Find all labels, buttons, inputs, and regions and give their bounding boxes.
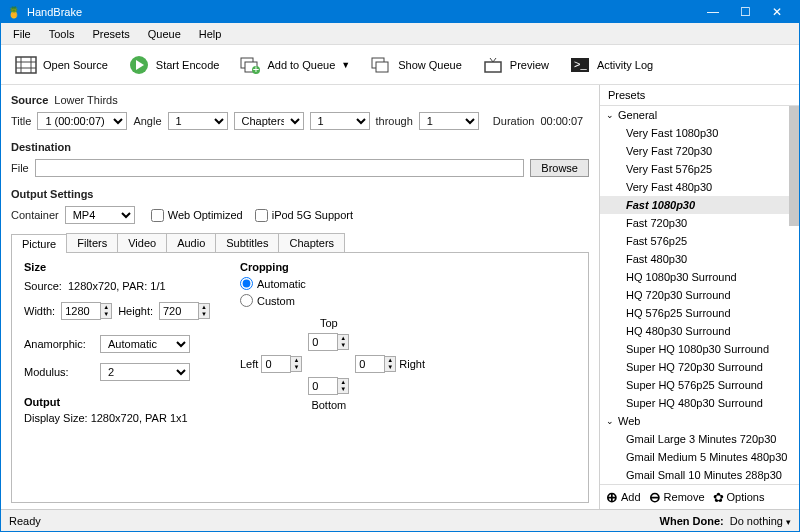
left-panel: Source Lower Thirds Title 1 (00:00:07) A… xyxy=(1,85,599,509)
preset-item[interactable]: Super HQ 576p25 Surround xyxy=(600,376,799,394)
svg-rect-13 xyxy=(485,62,501,72)
crop-right-input[interactable] xyxy=(355,355,385,373)
presets-list[interactable]: ⌄GeneralVery Fast 1080p30Very Fast 720p3… xyxy=(600,106,799,484)
preset-item[interactable]: Gmail Medium 5 Minutes 480p30 xyxy=(600,448,799,466)
crop-top-label: Top xyxy=(320,317,338,329)
duration-label: Duration xyxy=(493,115,535,127)
preset-options-button[interactable]: ✿Options xyxy=(713,490,765,505)
duration-value: 00:00:07 xyxy=(540,115,583,127)
tab-filters[interactable]: Filters xyxy=(66,233,118,252)
preset-item[interactable]: Very Fast 1080p30 xyxy=(600,124,799,142)
minimize-button[interactable]: — xyxy=(697,5,729,19)
menubar: File Tools Presets Queue Help xyxy=(1,23,799,45)
preset-item[interactable]: Super HQ 480p30 Surround xyxy=(600,394,799,412)
output-heading: Output xyxy=(24,396,210,408)
presets-panel: Presets ⌄GeneralVery Fast 1080p30Very Fa… xyxy=(599,85,799,509)
preset-item[interactable]: Gmail Large 3 Minutes 720p30 xyxy=(600,430,799,448)
menu-help[interactable]: Help xyxy=(191,26,230,42)
preset-item[interactable]: Fast 480p30 xyxy=(600,250,799,268)
menu-file[interactable]: File xyxy=(5,26,39,42)
picture-source-value: 1280x720, PAR: 1/1 xyxy=(68,280,166,292)
tab-subtitles[interactable]: Subtitles xyxy=(215,233,279,252)
film-icon xyxy=(15,55,37,75)
angle-select[interactable]: 1 xyxy=(168,112,228,130)
menu-queue[interactable]: Queue xyxy=(140,26,189,42)
crop-right-label: Right xyxy=(399,358,425,370)
preview-label: Preview xyxy=(510,59,549,71)
web-optimized-checkbox[interactable]: Web Optimized xyxy=(151,209,243,222)
gear-icon: ✿ xyxy=(713,490,724,505)
crop-custom-radio[interactable]: Custom xyxy=(240,294,425,307)
open-source-label: Open Source xyxy=(43,59,108,71)
range-type-select[interactable]: Chapters xyxy=(234,112,304,130)
file-input[interactable] xyxy=(35,159,525,177)
svg-rect-12 xyxy=(376,62,388,72)
preset-item[interactable]: Very Fast 480p30 xyxy=(600,178,799,196)
width-input[interactable] xyxy=(61,302,101,320)
open-source-button[interactable]: Open Source xyxy=(7,51,116,79)
preset-add-button[interactable]: ⊕Add xyxy=(606,489,641,505)
height-input[interactable] xyxy=(159,302,199,320)
preset-remove-button[interactable]: ⊖Remove xyxy=(649,489,705,505)
svg-rect-0 xyxy=(16,57,36,73)
container-label: Container xyxy=(11,209,59,221)
title-label: Title xyxy=(11,115,31,127)
chapter-from-select[interactable]: 1 xyxy=(310,112,370,130)
menu-tools[interactable]: Tools xyxy=(41,26,83,42)
scrollbar-thumb[interactable] xyxy=(789,106,799,226)
play-icon xyxy=(128,55,150,75)
crop-top-input[interactable] xyxy=(308,333,338,351)
preset-item[interactable]: Very Fast 720p30 xyxy=(600,142,799,160)
close-button[interactable]: ✕ xyxy=(761,5,793,19)
activity-log-button[interactable]: >_ Activity Log xyxy=(561,51,661,79)
angle-label: Angle xyxy=(133,115,161,127)
chapter-to-select[interactable]: 1 xyxy=(419,112,479,130)
crop-bottom-spinner[interactable]: ▲▼ xyxy=(338,378,349,394)
preset-item[interactable]: Gmail Small 10 Minutes 288p30 xyxy=(600,466,799,484)
anamorphic-select[interactable]: Automatic xyxy=(100,335,190,353)
preview-button[interactable]: Preview xyxy=(474,51,557,79)
preset-item[interactable]: Fast 1080p30 xyxy=(600,196,799,214)
when-done-value[interactable]: Do nothing ▾ xyxy=(730,515,791,527)
window-title: HandBrake xyxy=(27,6,697,18)
title-select[interactable]: 1 (00:00:07) xyxy=(37,112,127,130)
preset-group[interactable]: ⌄General xyxy=(600,106,799,124)
ipod-checkbox[interactable]: iPod 5G Support xyxy=(255,209,353,222)
preset-item[interactable]: Fast 576p25 xyxy=(600,232,799,250)
crop-automatic-radio[interactable]: Automatic xyxy=(240,277,425,290)
crop-right-spinner[interactable]: ▲▼ xyxy=(385,356,396,372)
toolbar: Open Source Start Encode + Add to Queue … xyxy=(1,45,799,85)
modulus-select[interactable]: 2 xyxy=(100,363,190,381)
tab-chapters[interactable]: Chapters xyxy=(278,233,345,252)
start-encode-button[interactable]: Start Encode xyxy=(120,51,228,79)
preset-item[interactable]: HQ 1080p30 Surround xyxy=(600,268,799,286)
preset-group[interactable]: ⌄Web xyxy=(600,412,799,430)
svg-text:+: + xyxy=(253,63,259,74)
height-spinner[interactable]: ▲▼ xyxy=(199,303,210,319)
tab-audio[interactable]: Audio xyxy=(166,233,216,252)
chevron-down-icon: ⌄ xyxy=(606,110,614,120)
through-label: through xyxy=(376,115,413,127)
crop-bottom-input[interactable] xyxy=(308,377,338,395)
width-spinner[interactable]: ▲▼ xyxy=(101,303,112,319)
crop-left-input[interactable] xyxy=(261,355,291,373)
file-label: File xyxy=(11,162,29,174)
preset-item[interactable]: Fast 720p30 xyxy=(600,214,799,232)
preset-item[interactable]: HQ 720p30 Surround xyxy=(600,286,799,304)
browse-button[interactable]: Browse xyxy=(530,159,589,177)
show-queue-button[interactable]: Show Queue xyxy=(362,51,470,79)
crop-top-spinner[interactable]: ▲▼ xyxy=(338,334,349,350)
crop-left-spinner[interactable]: ▲▼ xyxy=(291,356,302,372)
add-to-queue-button[interactable]: + Add to Queue ▼ xyxy=(231,51,358,79)
tab-picture[interactable]: Picture xyxy=(11,234,67,253)
container-select[interactable]: MP4 xyxy=(65,206,135,224)
menu-presets[interactable]: Presets xyxy=(84,26,137,42)
maximize-button[interactable]: ☐ xyxy=(729,5,761,19)
preset-item[interactable]: Very Fast 576p25 xyxy=(600,160,799,178)
preset-item[interactable]: HQ 576p25 Surround xyxy=(600,304,799,322)
terminal-icon: >_ xyxy=(569,55,591,75)
tab-video[interactable]: Video xyxy=(117,233,167,252)
preset-item[interactable]: Super HQ 720p30 Surround xyxy=(600,358,799,376)
preset-item[interactable]: Super HQ 1080p30 Surround xyxy=(600,340,799,358)
preset-item[interactable]: HQ 480p30 Surround xyxy=(600,322,799,340)
